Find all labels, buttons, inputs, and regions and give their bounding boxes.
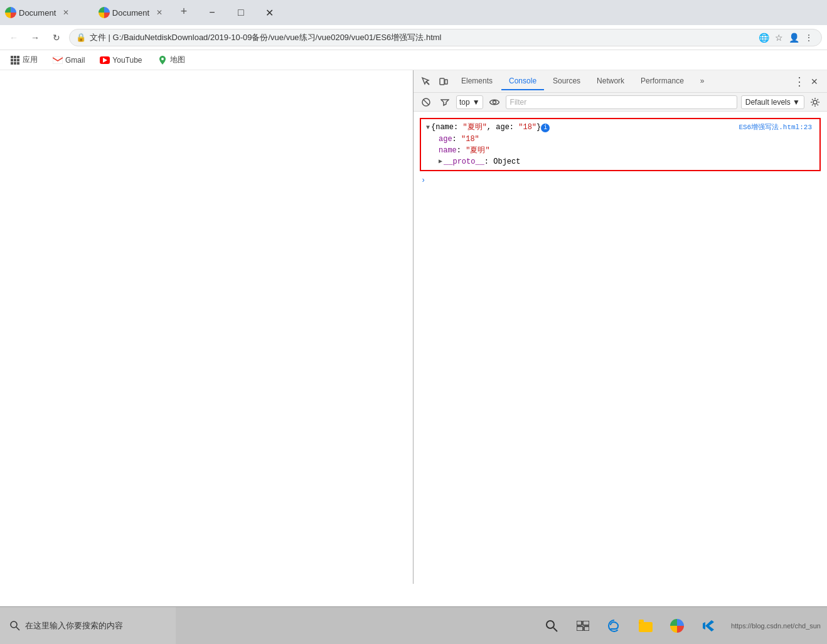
blog-link: https://blog.csdn.net/chd_sun — [731, 622, 821, 630]
console-object-block: {name: "夏明", age: "18"} i ES6增强写法.html:2… — [420, 118, 821, 171]
minimize-button[interactable]: − — [198, 3, 227, 23]
age-summary-val: "18" — [518, 122, 536, 133]
console-clear-icon[interactable] — [419, 95, 434, 110]
svg-rect-24 — [577, 626, 583, 631]
object-summary-open: {name: — [431, 122, 462, 133]
reload-button[interactable]: ↻ — [48, 29, 65, 46]
console-output[interactable]: {name: "夏明", age: "18"} i ES6增强写法.html:2… — [414, 112, 827, 584]
tab1-close[interactable]: ✕ — [61, 8, 71, 18]
tab-performance[interactable]: Performance — [633, 73, 691, 90]
svg-rect-0 — [11, 56, 13, 58]
taskbar: 在这里输入你要搜索的内容 — [0, 606, 827, 644]
devtools-more-icon[interactable]: ⋮ — [792, 74, 807, 89]
back-button[interactable]: ← — [5, 29, 23, 46]
expand-proto-arrow[interactable] — [439, 156, 442, 167]
devtools-panel: Elements Console Sources Network Perform… — [413, 70, 827, 584]
menu-icon[interactable]: ⋮ — [803, 31, 815, 44]
console-settings-icon[interactable] — [808, 95, 822, 109]
proto-val: Object — [493, 156, 520, 167]
name-value: "夏明" — [466, 145, 489, 156]
new-tab-button[interactable]: + — [175, 3, 193, 20]
address-bar: ← → ↻ 🔒 文件 | G:/BaiduNetdiskDownload/201… — [0, 25, 827, 50]
svg-line-11 — [426, 82, 429, 85]
maximize-button[interactable]: □ — [227, 3, 255, 23]
tab2-close[interactable]: ✕ — [154, 8, 164, 18]
name-key: name — [439, 145, 457, 156]
main-area: Elements Console Sources Network Perform… — [0, 70, 827, 584]
inspect-element-icon[interactable] — [419, 74, 434, 89]
svg-point-18 — [11, 621, 17, 628]
svg-rect-23 — [583, 621, 589, 625]
svg-rect-3 — [11, 59, 13, 61]
taskbar-search[interactable]: 在这里输入你要搜索的内容 — [0, 607, 176, 644]
devtools-close-icon[interactable]: ✕ — [807, 74, 822, 89]
taskbar-search-btn[interactable] — [536, 607, 567, 645]
taskbar-task-view[interactable] — [568, 607, 598, 645]
proto-row: __proto__ : Object — [426, 156, 814, 167]
default-levels-dropdown[interactable]: Default levels ▼ — [741, 95, 804, 109]
bookmark-apps[interactable]: 应用 — [6, 53, 41, 66]
gmail-icon — [53, 55, 63, 65]
object-info-icon[interactable]: i — [541, 124, 550, 132]
eye-icon[interactable] — [487, 95, 502, 110]
colon1: : — [452, 134, 461, 145]
svg-rect-22 — [577, 621, 582, 625]
close-button[interactable]: ✕ — [255, 3, 284, 23]
console-age-line: age : "18" — [426, 134, 814, 145]
proto-key: __proto__ — [444, 156, 484, 167]
forward-button[interactable]: → — [26, 29, 44, 46]
tab-elements[interactable]: Elements — [454, 73, 500, 90]
svg-rect-1 — [14, 56, 16, 58]
svg-rect-5 — [17, 59, 19, 61]
title-bar: Document ✕ Document ✕ + − □ ✕ — [0, 0, 827, 25]
bookmark-gmail[interactable]: Gmail — [49, 54, 88, 66]
bookmark-maps[interactable]: 地图 — [154, 53, 189, 66]
age-value: "18" — [461, 134, 479, 145]
maps-label: 地图 — [170, 55, 185, 65]
object-summary-close: } — [536, 122, 541, 133]
console-second-toolbar: top ▼ Filter Default levels ▼ — [414, 93, 827, 112]
svg-rect-2 — [17, 56, 19, 58]
svg-point-16 — [493, 100, 496, 103]
taskbar-edge-icon[interactable] — [599, 607, 629, 645]
svg-rect-7 — [14, 62, 16, 65]
expand-object-arrow[interactable] — [426, 122, 430, 134]
translate-icon[interactable]: 🌐 — [757, 31, 770, 44]
bookmark-youtube[interactable]: YouTube — [96, 55, 146, 66]
svg-line-19 — [16, 627, 19, 630]
console-context-select[interactable]: top ▼ — [456, 95, 483, 109]
maps-icon — [157, 55, 168, 65]
console-name-line: name : "夏明" — [426, 145, 814, 156]
address-icons: 🌐 ☆ 👤 ⋮ — [757, 31, 815, 44]
tab-more[interactable]: » — [693, 73, 712, 90]
taskbar-search-text: 在这里输入你要搜索的内容 — [25, 620, 123, 631]
svg-rect-12 — [440, 78, 444, 85]
address-input[interactable]: 🔒 文件 | G:/BaiduNetdiskDownload/2019-10-0… — [69, 29, 822, 46]
url-text: 文件 | G:/BaiduNetdiskDownload/2019-10-09备… — [90, 32, 754, 43]
apps-grid-icon — [10, 55, 20, 65]
object-summary-comma: , age: — [487, 122, 518, 133]
window-controls: − □ ✕ — [198, 3, 284, 23]
console-filter-input[interactable]: Filter — [506, 95, 737, 109]
page-content — [0, 70, 413, 584]
console-source-link[interactable]: ES6增强写法.html:23 — [739, 122, 814, 133]
proto-colon: : — [484, 156, 493, 167]
devtools-top-icons: ⋮ ✕ — [792, 74, 822, 89]
taskbar-icons: https://blog.csdn.net/chd_sun — [536, 607, 827, 645]
svg-rect-4 — [14, 59, 16, 61]
svg-rect-8 — [17, 62, 19, 65]
svg-point-20 — [547, 621, 554, 628]
taskbar-vscode-icon[interactable] — [693, 607, 723, 645]
console-filter-icon[interactable] — [437, 95, 452, 110]
tab-console[interactable]: Console — [501, 73, 544, 90]
console-object-summary-line: {name: "夏明", age: "18"} i ES6增强写法.html:2… — [426, 122, 814, 134]
profile-icon[interactable]: 👤 — [787, 31, 800, 44]
tab-network[interactable]: Network — [589, 73, 632, 90]
taskbar-file-explorer[interactable] — [631, 607, 661, 645]
bookmark-star-icon[interactable]: ☆ — [772, 31, 785, 44]
youtube-label: YouTube — [112, 56, 142, 65]
svg-rect-9 — [53, 56, 63, 64]
device-toolbar-icon[interactable] — [436, 74, 451, 89]
taskbar-chrome-icon[interactable] — [662, 607, 692, 645]
tab-sources[interactable]: Sources — [545, 73, 588, 90]
